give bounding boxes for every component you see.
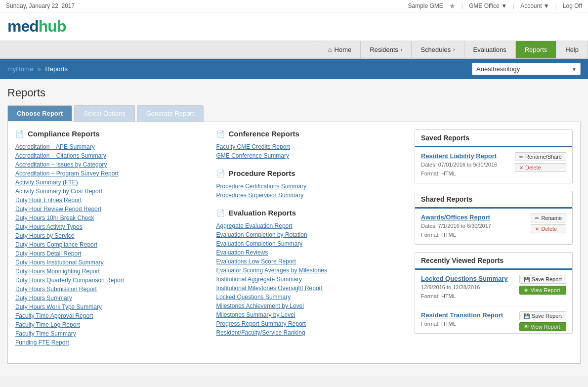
conference-reports-header: 📄 Conference Reports [216, 129, 408, 138]
list-item: Resident/Faculty/Service Ranking [216, 329, 408, 336]
tab-generate-report[interactable]: Generate Report [137, 105, 204, 122]
logo-bar: medhub [0, 12, 588, 41]
gme-office-link[interactable]: GME Office ▼ [469, 2, 507, 9]
report-link[interactable]: Duty Hours Institutional Summary [15, 259, 104, 266]
saved-reports-card: Saved Reports Rename/Share Delete [415, 129, 573, 183]
save-icon [524, 313, 530, 319]
list-item: Duty Hours 10hr Break Check [15, 214, 207, 221]
save-icon [524, 276, 530, 282]
report-link[interactable]: Procedures Supervisor Summary [216, 192, 304, 199]
report-link[interactable]: Faculty CME Credits Report [216, 143, 290, 150]
nav-reports[interactable]: Reports [516, 41, 557, 58]
logoff-link[interactable]: Log Off [563, 2, 582, 9]
report-link[interactable]: Accreditation – APE Summary [15, 143, 95, 150]
report-link[interactable]: Activity Summary by Cost Report [15, 188, 102, 195]
report-link[interactable]: Evaluation Completion Summary [216, 240, 303, 247]
chevron-right-icon: › [401, 47, 402, 52]
doc-icon: 📄 [15, 130, 24, 138]
report-link[interactable]: Duty Hours Summary [15, 295, 72, 301]
recent-report-actions: Save Report View Report [519, 311, 566, 331]
report-link[interactable]: Resident/Faculty/Service Ranking [216, 329, 305, 336]
save-report-button[interactable]: Save Report [519, 311, 566, 320]
shared-reports-card: Shared Reports Rename Delete [415, 191, 573, 245]
nav-residents[interactable]: Residents › [361, 41, 412, 58]
report-link[interactable]: Accreditation – Issues by Category [15, 161, 107, 168]
report-link[interactable]: Evaluations Low Score Report [216, 258, 296, 265]
nav-schedules[interactable]: Schedules › [412, 41, 464, 58]
report-link[interactable]: GME Conference Summary [216, 152, 289, 159]
list-item: Aggregate Evaluation Report [216, 222, 408, 229]
delete-button[interactable]: Delete [531, 224, 566, 233]
save-report-button[interactable]: Save Report [519, 275, 566, 284]
report-link[interactable]: Duty Hours Activity Types [15, 223, 83, 230]
logo[interactable]: medhub [7, 17, 581, 36]
report-link[interactable]: Milestones Achievement by Level [216, 302, 304, 309]
department-select[interactable]: Anesthesiology [472, 63, 581, 75]
nav-evaluations[interactable]: Evaluations [464, 41, 516, 58]
conference-reports-list: Faculty CME Credits Report GME Conferenc… [216, 143, 408, 159]
report-link[interactable]: Institutional Aggregate Summary [216, 276, 302, 283]
top-bar-right: Sample GME ★ | GME Office ▼ | Account ▼ … [408, 2, 583, 10]
report-link[interactable]: Duty Hours Detail Report [15, 250, 81, 257]
report-link[interactable]: Aggregate Evaluation Report [216, 222, 293, 229]
report-link[interactable]: Accreditation – Citations Summary [15, 152, 106, 159]
report-link[interactable]: Duty Hours Work Type Summary [15, 303, 102, 310]
x-icon [519, 165, 523, 171]
star-icon[interactable]: ★ [449, 2, 456, 10]
list-item: Duty Hours Institutional Summary [15, 258, 207, 266]
list-item: Duty Hours Work Type Summary [15, 303, 207, 310]
report-link[interactable]: Duty Hours by Service [15, 232, 74, 239]
report-link[interactable]: Institutional Milestones Oversight Repor… [216, 285, 323, 292]
report-link[interactable]: Funding FTE Report [15, 339, 69, 346]
report-link[interactable]: Accreditation – Program Survey Report [15, 170, 119, 177]
main-panel: 📄 Compliance Reports Accreditation – APE… [7, 122, 581, 364]
tab-select-options[interactable]: Select Options [74, 105, 135, 122]
eye-icon [524, 287, 529, 293]
rename-share-button[interactable]: Rename/Share [515, 152, 566, 161]
report-link[interactable]: Duty Hours Moonlighting Report [15, 268, 100, 275]
shared-report-actions: Rename Delete [531, 214, 566, 233]
list-item: Accreditation – Citations Summary [15, 152, 207, 159]
report-link[interactable]: Evaluator Scoring Averages by Milestones [216, 267, 328, 274]
report-link[interactable]: Procedure Certifications Summary [216, 183, 307, 190]
left-column: 📄 Compliance Reports Accreditation – APE… [15, 129, 207, 356]
nav-bar: ⌂ Home Residents › Schedules › Evaluatio… [0, 41, 588, 59]
page-title: Reports [7, 86, 581, 99]
compliance-reports-header: 📄 Compliance Reports [15, 129, 207, 138]
report-link[interactable]: Evaluation Reviews [216, 249, 268, 256]
list-item: Evaluation Reviews [216, 249, 408, 256]
date-label: Sunday, January 22, 2017 [6, 2, 75, 9]
recent-report-item: Save Report View Report Resident Transit… [421, 311, 566, 329]
view-report-button[interactable]: View Report [519, 286, 566, 295]
report-link[interactable]: Duty Hour Review Period Report [15, 206, 101, 213]
report-link[interactable]: Locked Questions Summary [216, 294, 291, 301]
report-link[interactable]: Progress Report Summary Report [216, 320, 306, 327]
report-link[interactable]: Duty Hours Compliance Report [15, 241, 97, 248]
report-link[interactable]: Faculty Time Approval Report [15, 312, 93, 319]
breadcrumb-home[interactable]: myHome [7, 65, 33, 73]
delete-button[interactable]: Delete [515, 163, 566, 172]
report-link[interactable]: Evaluation Completion by Rotation [216, 231, 307, 238]
shared-report-item: Rename Delete Awards/Offices Report Date… [421, 214, 566, 239]
report-link[interactable]: Activity Summary (FTE) [15, 179, 78, 186]
report-link[interactable]: Faculty Time Summary [15, 330, 76, 337]
sidebar: Saved Reports Rename/Share Delete [415, 129, 573, 356]
nav-home[interactable]: ⌂ Home [319, 41, 361, 58]
report-link[interactable]: Faculty Time Log Report [15, 321, 80, 328]
nav-help[interactable]: Help [556, 41, 588, 58]
report-link[interactable]: Duty Hours Quarterly Comparison Report [15, 277, 124, 284]
report-link[interactable]: Milestones Summary by Level [216, 311, 295, 318]
account-link[interactable]: Account ▼ [520, 2, 549, 9]
report-link[interactable]: Duty Hours 10hr Break Check [15, 215, 94, 221]
tab-choose-report[interactable]: Choose Report [7, 105, 72, 122]
report-link[interactable]: Duty Hour Entries Report [15, 197, 82, 204]
eye-icon [524, 324, 529, 330]
list-item: Institutional Milestones Oversight Repor… [216, 284, 408, 292]
list-item: Duty Hours Summary [15, 294, 207, 301]
saved-reports-body: Rename/Share Delete Resident Liability R… [415, 147, 572, 183]
report-link[interactable]: Duty Hours Submission Report [15, 286, 97, 293]
view-report-button[interactable]: View Report [519, 322, 566, 331]
list-item: Duty Hours Quarterly Comparison Report [15, 276, 207, 284]
rename-button[interactable]: Rename [531, 214, 566, 222]
list-item: Accreditation – Issues by Category [15, 161, 207, 168]
